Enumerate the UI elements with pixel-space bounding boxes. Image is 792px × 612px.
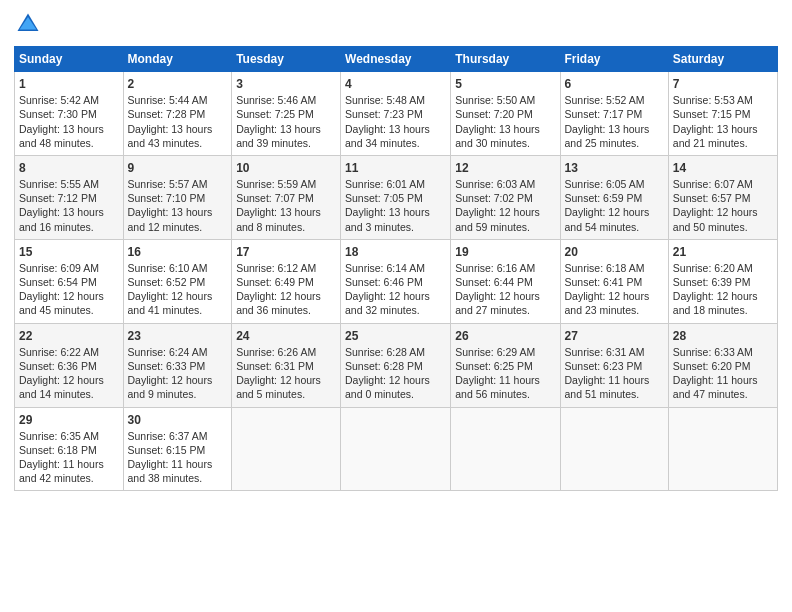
- day-number: 24: [236, 328, 336, 344]
- calendar-cell: 8Sunrise: 5:55 AMSunset: 7:12 PMDaylight…: [15, 155, 124, 239]
- calendar-cell: 4Sunrise: 5:48 AMSunset: 7:23 PMDaylight…: [341, 72, 451, 156]
- cell-content: Daylight: 12 hours: [19, 289, 119, 303]
- cell-content: Daylight: 13 hours: [565, 122, 664, 136]
- cell-content: Sunrise: 5:42 AM: [19, 93, 119, 107]
- cell-content: Sunset: 7:15 PM: [673, 107, 773, 121]
- cell-content: Sunset: 6:44 PM: [455, 275, 555, 289]
- cell-content: Sunrise: 5:46 AM: [236, 93, 336, 107]
- calendar-cell: 23Sunrise: 6:24 AMSunset: 6:33 PMDayligh…: [123, 323, 232, 407]
- cell-content: Sunset: 6:23 PM: [565, 359, 664, 373]
- calendar-header-row: SundayMondayTuesdayWednesdayThursdayFrid…: [15, 47, 778, 72]
- day-number: 20: [565, 244, 664, 260]
- cell-content: and 38 minutes.: [128, 471, 228, 485]
- logo-icon: [14, 10, 42, 38]
- calendar-cell: 17Sunrise: 6:12 AMSunset: 6:49 PMDayligh…: [232, 239, 341, 323]
- calendar-cell: 5Sunrise: 5:50 AMSunset: 7:20 PMDaylight…: [451, 72, 560, 156]
- cell-content: and 36 minutes.: [236, 303, 336, 317]
- header-tuesday: Tuesday: [232, 47, 341, 72]
- cell-content: Daylight: 12 hours: [19, 373, 119, 387]
- cell-content: Sunset: 7:07 PM: [236, 191, 336, 205]
- calendar-cell: 27Sunrise: 6:31 AMSunset: 6:23 PMDayligh…: [560, 323, 668, 407]
- cell-content: and 25 minutes.: [565, 136, 664, 150]
- day-number: 19: [455, 244, 555, 260]
- header-friday: Friday: [560, 47, 668, 72]
- cell-content: Sunrise: 5:55 AM: [19, 177, 119, 191]
- cell-content: Sunrise: 5:57 AM: [128, 177, 228, 191]
- cell-content: and 16 minutes.: [19, 220, 119, 234]
- cell-content: and 54 minutes.: [565, 220, 664, 234]
- calendar-cell: 13Sunrise: 6:05 AMSunset: 6:59 PMDayligh…: [560, 155, 668, 239]
- cell-content: Daylight: 11 hours: [19, 457, 119, 471]
- cell-content: and 34 minutes.: [345, 136, 446, 150]
- cell-content: and 23 minutes.: [565, 303, 664, 317]
- calendar-cell: 6Sunrise: 5:52 AMSunset: 7:17 PMDaylight…: [560, 72, 668, 156]
- cell-content: Sunset: 6:33 PM: [128, 359, 228, 373]
- cell-content: Sunrise: 6:33 AM: [673, 345, 773, 359]
- calendar-cell: 2Sunrise: 5:44 AMSunset: 7:28 PMDaylight…: [123, 72, 232, 156]
- day-number: 28: [673, 328, 773, 344]
- day-number: 17: [236, 244, 336, 260]
- cell-content: Sunrise: 6:14 AM: [345, 261, 446, 275]
- cell-content: Sunrise: 6:35 AM: [19, 429, 119, 443]
- cell-content: Sunset: 6:52 PM: [128, 275, 228, 289]
- cell-content: Daylight: 11 hours: [565, 373, 664, 387]
- calendar-cell: 15Sunrise: 6:09 AMSunset: 6:54 PMDayligh…: [15, 239, 124, 323]
- cell-content: Sunrise: 6:28 AM: [345, 345, 446, 359]
- cell-content: and 21 minutes.: [673, 136, 773, 150]
- day-number: 9: [128, 160, 228, 176]
- calendar-cell: 3Sunrise: 5:46 AMSunset: 7:25 PMDaylight…: [232, 72, 341, 156]
- header-wednesday: Wednesday: [341, 47, 451, 72]
- day-number: 11: [345, 160, 446, 176]
- day-number: 7: [673, 76, 773, 92]
- day-number: 18: [345, 244, 446, 260]
- calendar-cell: 28Sunrise: 6:33 AMSunset: 6:20 PMDayligh…: [668, 323, 777, 407]
- cell-content: Sunrise: 6:20 AM: [673, 261, 773, 275]
- cell-content: Sunrise: 6:22 AM: [19, 345, 119, 359]
- cell-content: Sunset: 7:05 PM: [345, 191, 446, 205]
- calendar-cell: 22Sunrise: 6:22 AMSunset: 6:36 PMDayligh…: [15, 323, 124, 407]
- day-number: 8: [19, 160, 119, 176]
- cell-content: and 8 minutes.: [236, 220, 336, 234]
- calendar-cell: 21Sunrise: 6:20 AMSunset: 6:39 PMDayligh…: [668, 239, 777, 323]
- day-number: 12: [455, 160, 555, 176]
- page-container: SundayMondayTuesdayWednesdayThursdayFrid…: [0, 0, 792, 501]
- cell-content: and 39 minutes.: [236, 136, 336, 150]
- cell-content: Daylight: 13 hours: [345, 205, 446, 219]
- cell-content: and 5 minutes.: [236, 387, 336, 401]
- day-number: 15: [19, 244, 119, 260]
- calendar-week-row: 22Sunrise: 6:22 AMSunset: 6:36 PMDayligh…: [15, 323, 778, 407]
- cell-content: Sunset: 6:59 PM: [565, 191, 664, 205]
- cell-content: and 12 minutes.: [128, 220, 228, 234]
- cell-content: Sunset: 7:28 PM: [128, 107, 228, 121]
- cell-content: Sunset: 6:54 PM: [19, 275, 119, 289]
- cell-content: Daylight: 12 hours: [128, 373, 228, 387]
- cell-content: Sunrise: 5:50 AM: [455, 93, 555, 107]
- cell-content: and 47 minutes.: [673, 387, 773, 401]
- cell-content: Sunset: 6:39 PM: [673, 275, 773, 289]
- day-number: 25: [345, 328, 446, 344]
- cell-content: and 32 minutes.: [345, 303, 446, 317]
- cell-content: Sunset: 7:25 PM: [236, 107, 336, 121]
- day-number: 22: [19, 328, 119, 344]
- calendar-cell: 10Sunrise: 5:59 AMSunset: 7:07 PMDayligh…: [232, 155, 341, 239]
- day-number: 23: [128, 328, 228, 344]
- calendar-cell: 12Sunrise: 6:03 AMSunset: 7:02 PMDayligh…: [451, 155, 560, 239]
- cell-content: Daylight: 13 hours: [19, 205, 119, 219]
- cell-content: Sunrise: 6:03 AM: [455, 177, 555, 191]
- cell-content: Daylight: 13 hours: [19, 122, 119, 136]
- cell-content: Daylight: 12 hours: [565, 289, 664, 303]
- calendar-week-row: 29Sunrise: 6:35 AMSunset: 6:18 PMDayligh…: [15, 407, 778, 491]
- cell-content: Sunrise: 5:48 AM: [345, 93, 446, 107]
- calendar-cell: [451, 407, 560, 491]
- cell-content: Daylight: 12 hours: [673, 289, 773, 303]
- cell-content: and 56 minutes.: [455, 387, 555, 401]
- cell-content: Sunrise: 6:26 AM: [236, 345, 336, 359]
- cell-content: and 43 minutes.: [128, 136, 228, 150]
- cell-content: Daylight: 12 hours: [673, 205, 773, 219]
- header: [14, 10, 778, 38]
- day-number: 1: [19, 76, 119, 92]
- cell-content: Daylight: 12 hours: [345, 373, 446, 387]
- cell-content: Sunset: 7:17 PM: [565, 107, 664, 121]
- cell-content: Daylight: 13 hours: [236, 205, 336, 219]
- cell-content: Sunset: 6:49 PM: [236, 275, 336, 289]
